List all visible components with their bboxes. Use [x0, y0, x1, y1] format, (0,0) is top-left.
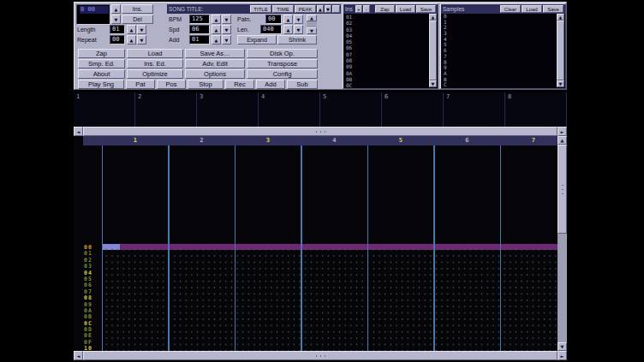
sample-entry-9[interactable]: 9	[442, 65, 557, 71]
sample-scroll-down-button[interactable]: ▼	[557, 80, 564, 87]
instrument-remove-button[interactable]: -	[363, 5, 370, 13]
samples-button-save[interactable]: Save	[543, 5, 564, 13]
bpm-increase-button[interactable]: ▲	[212, 15, 221, 24]
pattern-hscroll-thumb-top[interactable]	[83, 127, 558, 136]
button-stop[interactable]: Stop	[188, 80, 224, 89]
add-increase-button[interactable]: ▲	[212, 35, 221, 45]
button-disk-op[interactable]: Disk Op.	[247, 49, 318, 58]
button-load[interactable]: Load	[127, 49, 183, 58]
instrument-list[interactable]: 0102030405060708090A0B0C	[344, 14, 429, 87]
instrument-entry-0b[interactable]: 0B	[344, 76, 429, 82]
pattern-channel-5[interactable]: 5	[367, 136, 434, 145]
order-scroll-up-button[interactable]: ▲	[111, 4, 121, 14]
shrink-pattern-button[interactable]: Shrink	[277, 35, 317, 45]
pattern-scroll-left-button-top[interactable]: ◄	[74, 127, 83, 136]
sample-entry-0[interactable]: 0	[442, 14, 557, 20]
pattern-channel-7[interactable]: 7	[500, 136, 558, 145]
button-play-sng[interactable]: Play Sng	[78, 80, 124, 89]
instrument-list-scrollbar[interactable]: ▲ ▼	[429, 14, 437, 87]
title-mode-button-time[interactable]: TIME	[272, 5, 294, 13]
instrument-entry-05[interactable]: 05	[344, 39, 429, 45]
button-add[interactable]: Add	[256, 80, 285, 89]
sample-list-scrollbar[interactable]: ▲ ▼	[557, 14, 564, 87]
pattern-grid[interactable]	[102, 145, 558, 351]
order-insert-button[interactable]: Ins.	[122, 4, 153, 14]
button-save-as[interactable]: Save As…	[185, 49, 245, 58]
sample-scrollbar-thumb[interactable]	[557, 21, 564, 80]
speed-increase-button[interactable]: ▲	[212, 25, 221, 34]
button-ins-ed[interactable]: Ins. Ed.	[127, 59, 183, 68]
instruments-button-save[interactable]: Save	[416, 5, 436, 13]
instrument-scrollbar-thumb[interactable]	[429, 21, 437, 80]
length-increase-button[interactable]: ▲	[127, 25, 136, 34]
instrument-entry-0c[interactable]: 0C	[344, 82, 429, 87]
sample-entry-5[interactable]: 5	[442, 42, 557, 48]
sample-entry-a[interactable]: A	[442, 71, 557, 77]
instrument-entry-04[interactable]: 04	[344, 33, 429, 39]
button-sub[interactable]: Sub	[287, 80, 318, 89]
pattern-hscroll-thumb-bottom[interactable]	[83, 351, 558, 360]
instrument-entry-08[interactable]: 08	[344, 57, 429, 63]
sample-scroll-up-button[interactable]: ▲	[557, 14, 564, 21]
sample-entry-1[interactable]: 1	[442, 20, 557, 26]
pattern-number-decrease-button[interactable]: ▼	[294, 15, 303, 24]
instrument-entry-02[interactable]: 02	[344, 20, 429, 26]
channel-scope-5[interactable]: 5	[320, 92, 382, 127]
mini-scroll-up-button[interactable]: ▲	[307, 15, 317, 21]
instrument-entry-01[interactable]: 01	[344, 14, 429, 20]
sample-entry-8[interactable]: 8	[442, 60, 557, 66]
samples-button-clear[interactable]: Clear	[500, 5, 521, 13]
instrument-scroll-up-button[interactable]: ▲	[429, 14, 437, 21]
button-rec[interactable]: Rec	[225, 80, 254, 89]
button-pos[interactable]: Pos	[157, 80, 186, 89]
order-list[interactable]: 0 00	[76, 4, 110, 25]
pattern-channel-6[interactable]: 6	[434, 136, 501, 145]
order-list-entry[interactable]: 0 00	[80, 6, 109, 14]
mini-scroll-down-button[interactable]: ▼	[307, 27, 317, 34]
button-options[interactable]: Options	[185, 69, 245, 79]
pattern-vscroll-thumb[interactable]	[558, 145, 567, 234]
pattern-scroll-right-button-top[interactable]: ►	[558, 127, 567, 136]
instrument-scroll-down-button[interactable]: ▼	[429, 80, 437, 87]
pattern-scroll-left-button-bottom[interactable]: ◄	[74, 351, 83, 360]
repeat-increase-button[interactable]: ▲	[127, 35, 136, 45]
sample-entry-b[interactable]: B	[442, 77, 557, 83]
pattern-channel-3[interactable]: 3	[235, 136, 301, 145]
pattern-scroll-right-button-bottom[interactable]: ►	[558, 351, 567, 360]
button-config[interactable]: Config	[247, 69, 318, 79]
instrument-entry-0a[interactable]: 0A	[344, 70, 429, 76]
button-smp-ed[interactable]: Smp. Ed.	[78, 59, 125, 68]
pattern-length-increase-button[interactable]: ▲	[283, 25, 293, 34]
button-about[interactable]: About	[78, 69, 125, 79]
channel-scope-4[interactable]: 4	[259, 92, 320, 127]
channel-scope-2[interactable]: 2	[135, 92, 197, 127]
pattern-channel-2[interactable]: 2	[169, 136, 236, 145]
title-mode-button-title[interactable]: TITLE	[250, 5, 271, 13]
channel-scope-8[interactable]: 8	[505, 92, 567, 127]
title-up-button[interactable]: ▲	[317, 5, 324, 13]
button-optimize[interactable]: Optimize	[127, 69, 183, 79]
instrument-entry-06[interactable]: 06	[344, 45, 429, 50]
sample-entry-4[interactable]: 4	[442, 37, 557, 43]
bpm-decrease-button[interactable]: ▼	[222, 15, 231, 24]
channel-scope-7[interactable]: 7	[444, 92, 505, 127]
pattern-channel-1[interactable]: 1	[102, 136, 169, 145]
pattern-channel-4[interactable]: 4	[301, 136, 368, 145]
sample-entry-3[interactable]: 3	[442, 31, 557, 37]
button-zap[interactable]: Zap	[78, 49, 125, 58]
title-mode-button-peak[interactable]: PEAK	[295, 5, 316, 13]
pattern-scroll-down-button[interactable]: ▼	[558, 342, 567, 351]
channel-scope-6[interactable]: 6	[382, 92, 444, 127]
channel-scope-1[interactable]: 1	[74, 92, 135, 127]
sample-entry-7[interactable]: 7	[442, 54, 557, 60]
repeat-decrease-button[interactable]: ▼	[137, 35, 146, 45]
order-scroll-down-button[interactable]: ▼	[111, 15, 121, 24]
sample-list[interactable]: 0123456789ABC	[442, 14, 557, 87]
instrument-entry-09[interactable]: 09	[344, 63, 429, 69]
title-extra-button[interactable]	[332, 5, 340, 13]
pattern-scroll-up-button[interactable]: ▲	[558, 136, 567, 145]
pattern-number-increase-button[interactable]: ▲	[283, 15, 293, 24]
instrument-entry-03[interactable]: 03	[344, 27, 429, 33]
button-transpose[interactable]: Transpose	[247, 59, 318, 68]
channel-scope-3[interactable]: 3	[197, 92, 259, 127]
